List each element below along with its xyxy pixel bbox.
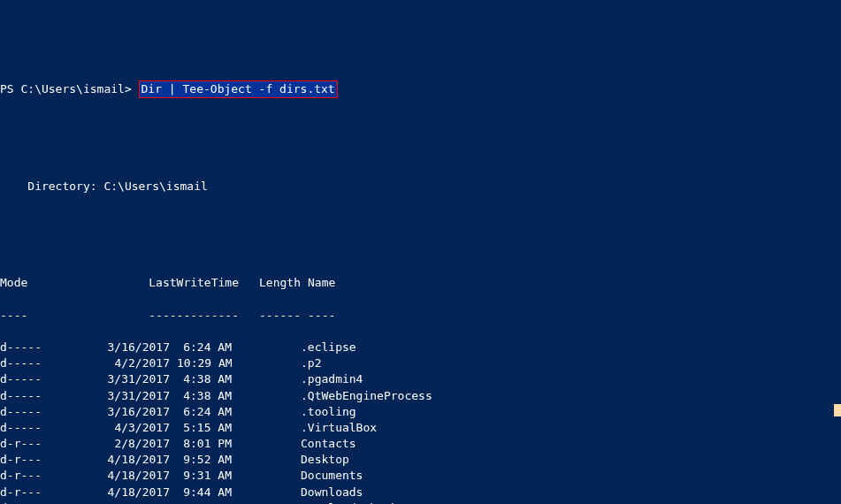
file-mode: da---- [0,500,88,504]
blank-line [0,147,841,163]
file-name: Downloads [301,485,841,500]
file-row: d-----3/16/20176:24 AM.tooling [0,404,841,420]
file-date: 4/18/2017 [88,468,177,484]
file-date: 4/12/2017 [88,500,177,504]
file-mode: d----- [0,420,88,436]
file-mode: d-r--- [0,452,88,468]
file-length [239,485,301,500]
file-length [239,500,301,504]
file-mode: d-r--- [0,436,88,452]
highlighted-command: Dir | Tee-Object -f dirs.txt [139,80,338,98]
file-name: Desktop [301,452,841,468]
file-mode: d----- [0,404,88,420]
file-row: d-r---2/8/20178:01 PMContacts [0,436,841,452]
file-row: d-----3/31/20174:38 AM.pgadmin4 [0,371,841,387]
file-length [239,436,301,452]
file-mode: d-r--- [0,485,88,500]
file-length [239,468,301,484]
file-row: d-----3/16/20176:24 AM.eclipse [0,340,841,355]
file-row: d-r---4/18/20179:44 AMDownloads [0,485,841,500]
file-date: 3/31/2017 [88,371,177,387]
file-time: 9:52 AM [177,452,239,468]
divider-mode: ---- [0,308,88,324]
divider-row: --------------------------- [0,308,841,324]
file-name: .eclipse [301,340,841,355]
file-row: d-----3/31/20174:38 AM.QtWebEngineProces… [0,388,841,404]
file-length [239,371,301,387]
file-row: d-r---4/18/20179:52 AMDesktop [0,452,841,468]
file-time: 5:15 AM [177,420,239,436]
blank-line [0,114,841,130]
file-name: Downloads-backup [301,500,841,504]
file-name: .tooling [301,404,716,420]
file-time: 9:31 AM [177,468,239,484]
blank-line [0,243,841,259]
file-time: 8:01 PM [177,436,239,452]
file-name: Contacts [301,436,841,452]
divider-lastwrite: ------------- [88,308,246,324]
file-name: .VirtualBox [301,420,841,436]
file-date: 3/16/2017 [88,340,177,355]
file-row: d-r---4/18/20179:31 AMDocuments [0,468,841,484]
column-headers: ModeLastWriteTimeLengthName [0,275,841,291]
file-length [239,420,301,436]
file-mode: d----- [0,371,88,387]
divider-length: ------ [246,308,308,324]
file-length [239,355,301,371]
file-length [239,340,301,355]
file-time: 9:44 AM [177,485,239,500]
file-date: 3/16/2017 [88,404,177,420]
terminal-output: PS C:\Users\ismail> Dir | Tee-Object -f … [0,65,841,504]
cursor-icon [834,404,841,416]
prompt-text: PS C:\Users\ismail> [0,82,139,95]
file-length [239,404,301,420]
file-date: 4/18/2017 [88,485,177,500]
file-date: 4/18/2017 [88,452,177,468]
file-name: .pgadmin4 [301,371,841,387]
file-row: d-----4/3/20175:15 AM.VirtualBox [0,420,841,436]
file-length [239,388,301,404]
file-time: 4:38 AM [177,371,239,387]
file-time: 6:58 AM [177,500,239,504]
file-mode: d-r--- [0,468,88,484]
file-date: 2/8/2017 [88,436,177,452]
file-row: da----4/12/20176:58 AMDownloads-backup [0,500,841,504]
header-mode: Mode [0,275,88,291]
file-time: 10:29 AM [177,355,239,371]
file-name: .p2 [301,355,841,371]
blank-line [0,210,841,226]
directory-header: Directory: C:\Users\ismail [0,179,841,195]
header-name: Name [308,275,841,291]
file-name: Documents [301,468,841,484]
file-mode: d----- [0,388,88,404]
prompt-line-1: PS C:\Users\ismail> Dir | Tee-Object -f … [0,80,841,98]
file-length [239,452,301,468]
file-mode: d----- [0,340,88,355]
file-date: 4/2/2017 [88,355,177,371]
file-mode: d----- [0,355,88,371]
header-length: Length [246,275,308,291]
file-time: 6:24 AM [177,404,239,420]
header-lastwrite: LastWriteTime [88,275,246,291]
divider-name: ---- [308,308,841,324]
file-name: .QtWebEngineProcess [301,388,841,404]
file-list-1: d-----3/16/20176:24 AM.eclipsed-----4/2/… [0,340,841,504]
file-date: 3/31/2017 [88,388,177,404]
file-row: d-----4/2/201710:29 AM.p2 [0,355,841,371]
file-date: 4/3/2017 [88,420,177,436]
file-time: 4:38 AM [177,388,239,404]
file-time: 6:24 AM [177,340,239,355]
